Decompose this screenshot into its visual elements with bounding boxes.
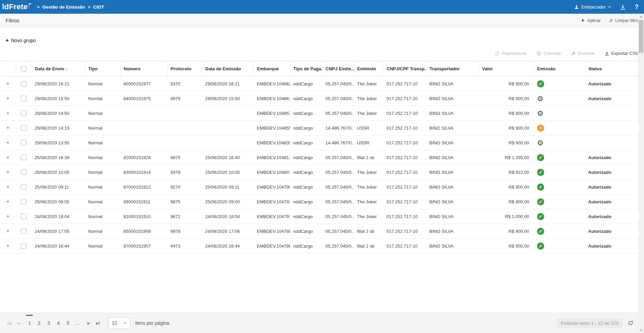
table-row[interactable]: +24/06/2020 18:04Normal81000151910967224…	[0, 209, 638, 224]
row-expand-button[interactable]: +	[5, 140, 11, 146]
cell-data-emissao: 24/06/2020 17:06	[202, 224, 254, 239]
column-header-cnpj-cpf-transportador[interactable]: CNPJ/CPF Transp...	[383, 61, 426, 76]
row-checkbox[interactable]	[21, 228, 26, 234]
row-checkbox[interactable]	[21, 169, 26, 175]
cell-cnpj-emitente: 05.257.045/0...	[322, 76, 354, 91]
clear-filter-label: Limpar filtro	[615, 18, 639, 23]
column-header-transportador[interactable]: Transportador	[426, 61, 479, 76]
cell-data-emissao	[202, 106, 254, 121]
row-expand-button[interactable]: +	[5, 243, 11, 249]
column-header-tipo[interactable]: Tipo	[85, 61, 120, 76]
page-size-select[interactable]: 12	[108, 317, 130, 329]
scroll-down-icon[interactable]: ▼	[638, 327, 644, 333]
scrollbar-thumb[interactable]	[639, 20, 643, 53]
row-expand-button[interactable]: +	[5, 110, 11, 116]
row-checkbox[interactable]	[21, 214, 26, 219]
table-row[interactable]: +29/06/2020 14:50NormalEMBDEV.104857nddC…	[0, 106, 638, 121]
select-all-checkbox[interactable]	[21, 66, 26, 71]
cell-transportador: BINO SILVA	[426, 91, 479, 106]
column-header-protocolo[interactable]: Protocolo	[167, 61, 202, 76]
column-header-embarque[interactable]: Embarque	[254, 61, 290, 76]
column-header-numero[interactable]: Número	[120, 61, 167, 76]
row-checkbox[interactable]	[21, 96, 26, 101]
row-checkbox[interactable]	[21, 184, 26, 190]
cell-cnpj-emitente: 05.257.045/0...	[322, 194, 354, 209]
row-checkbox[interactable]	[21, 110, 26, 116]
column-header-status[interactable]: Status	[585, 61, 638, 76]
refresh-icon	[628, 320, 633, 326]
breadcrumb-item-gestao[interactable]: Gestão de Emissão	[42, 4, 85, 10]
cell-emitente: filial 2 sb	[354, 224, 383, 239]
cell-tipo: Normal	[85, 106, 120, 121]
cell-numero: 83000151914	[120, 165, 167, 180]
pager-page-3[interactable]: 3	[44, 317, 53, 329]
cell-numero: 89000151911	[120, 194, 167, 209]
column-header-emissao[interactable]: Emissão	[534, 61, 585, 76]
table-row[interactable]: +25/06/2020 09:11Normal87000151912927025…	[0, 180, 638, 194]
help-button[interactable]: ?	[635, 3, 639, 11]
table-row[interactable]: +29/06/2020 16:21Normal80000151977937029…	[0, 76, 638, 91]
cell-protocolo: 9270	[167, 180, 202, 194]
column-header-valor[interactable]: Valor	[479, 61, 534, 76]
table-row[interactable]: +24/06/2020 17:05Normal85000151908997824…	[0, 224, 638, 239]
row-expand-button[interactable]: +	[5, 169, 11, 175]
pager-first-button[interactable]: ◀	[5, 321, 14, 325]
pager-page-5[interactable]: 5	[63, 317, 73, 329]
vertical-scrollbar[interactable]: ▲ ▼	[638, 14, 644, 333]
column-header-data-emissao[interactable]: Data de Emissão	[202, 61, 254, 76]
export-csv-button[interactable]: Exportar CSV	[605, 51, 639, 56]
row-expand-button[interactable]: +	[5, 199, 11, 205]
row-expand-button[interactable]: +	[5, 81, 11, 87]
cell-emissao: ✓	[534, 165, 585, 180]
row-expand-button[interactable]: +	[5, 184, 11, 190]
end-button[interactable]: Encerrar	[571, 51, 595, 56]
row-expand-button[interactable]: +	[5, 125, 11, 131]
cell-data-emissao: 25/06/2020 10:05	[202, 165, 254, 180]
table-row[interactable]: +29/06/2020 15:50Normal84000151975997929…	[0, 91, 638, 106]
column-header-emitente[interactable]: Emitente	[354, 61, 383, 76]
clear-filter-button[interactable]: Limpar filtro	[609, 18, 639, 23]
scroll-up-icon[interactable]: ▲	[638, 14, 644, 20]
pager-page-1[interactable]: 1	[25, 317, 34, 329]
column-header-tipo-pagamento[interactable]: Tipo de Paga...	[290, 61, 322, 76]
table-row[interactable]: +25/06/2020 16:39Normal82000151924987525…	[0, 150, 638, 165]
table-row[interactable]: +25/06/2020 10:05Normal83000151914937925…	[0, 165, 638, 180]
row-expand-button[interactable]: +	[5, 154, 11, 160]
table-row[interactable]: +24/06/2020 16:44Normal87000151907947324…	[0, 239, 638, 253]
column-header-data-envio[interactable]: Data de Envio ↓	[32, 61, 85, 76]
row-checkbox[interactable]	[21, 199, 26, 204]
new-group-button[interactable]: + Novo grupo	[0, 27, 41, 43]
row-checkbox[interactable]	[21, 125, 26, 131]
apply-filter-button[interactable]: Aplicar	[581, 18, 601, 23]
user-menu-button[interactable]: Embarcador	[574, 4, 611, 10]
cell-valor: R$ 900,00	[479, 180, 534, 194]
table-row[interactable]: +25/06/2020 08:55Normal89000151911987525…	[0, 194, 638, 209]
row-expand-button[interactable]: +	[5, 228, 11, 234]
cell-tipo-pagamento: nddCargo	[290, 239, 322, 253]
pager-more-button[interactable]: ...	[73, 317, 82, 329]
pager-page-4[interactable]: 4	[53, 317, 63, 329]
pager-next-button[interactable]: ▶	[84, 321, 93, 325]
row-checkbox[interactable]	[21, 155, 26, 160]
row-expand-button[interactable]: +	[5, 213, 11, 219]
pager-page-2[interactable]: 2	[34, 317, 44, 329]
table-row[interactable]: +29/06/2020 14:19NormalEMBDEV.104855nddC…	[0, 121, 638, 135]
breadcrumb-item-ciot[interactable]: CIOT	[93, 4, 104, 10]
pager-prev-button[interactable]: ◀	[14, 321, 23, 325]
row-checkbox[interactable]	[21, 243, 26, 249]
cell-protocolo: 9672	[167, 209, 202, 224]
cell-cnpj-cpf-transportador: 017.252.717-10	[383, 121, 426, 135]
cancel-button[interactable]: Cancelar	[537, 51, 561, 56]
pager-last-button[interactable]: ▶	[93, 321, 102, 325]
pager-refresh-button[interactable]	[628, 320, 633, 326]
cell-data-emissao	[202, 135, 254, 150]
row-checkbox[interactable]	[21, 81, 26, 86]
row-expand-button[interactable]: +	[5, 95, 11, 102]
cell-emissao: ✓	[534, 224, 585, 239]
download-button[interactable]	[620, 4, 626, 10]
column-header-cnpj-emitente[interactable]: CNPJ Emite...	[322, 61, 354, 76]
reprocess-button[interactable]: Reprocessar	[495, 51, 527, 56]
table-row[interactable]: +29/06/2020 13:55NormalEMBDEV.104835nddC…	[0, 135, 638, 150]
app-logo[interactable]: ldFrete	[2, 2, 32, 11]
row-checkbox[interactable]	[21, 140, 26, 145]
